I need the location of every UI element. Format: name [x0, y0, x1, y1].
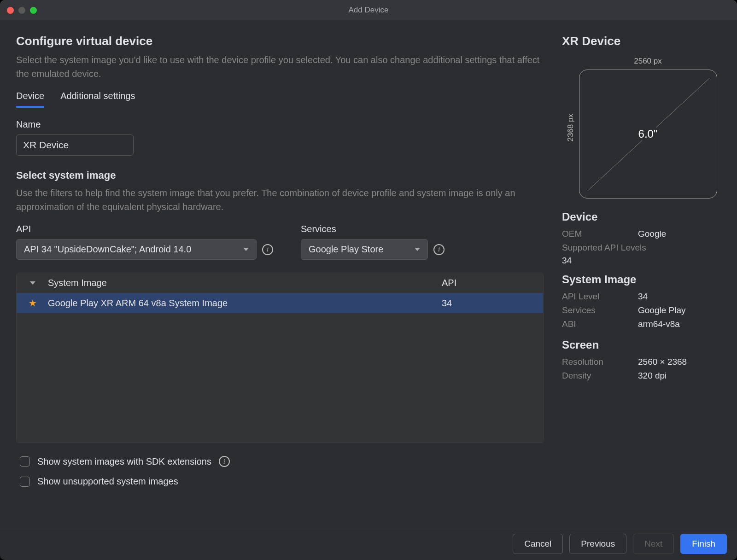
side-panel: XR Device 2368 px 2560 px 6.0" Device O [562, 34, 721, 522]
spec-heading: System Image [562, 273, 721, 286]
spec-val: Google [638, 229, 666, 239]
checkbox-icon [20, 477, 30, 487]
spec-val: Google Play [638, 305, 686, 315]
tab-device[interactable]: Device [16, 91, 44, 108]
spec-key: ABI [562, 319, 638, 329]
info-icon[interactable]: i [433, 244, 445, 255]
chevron-down-icon [243, 248, 249, 251]
spec-screen: Screen Resolution 2560 × 2368 Density 32… [562, 338, 721, 383]
spec-key: OEM [562, 229, 638, 239]
checkbox-sdk-ext[interactable]: Show system images with SDK extensions i [16, 451, 544, 472]
expand-toggle[interactable] [26, 281, 40, 285]
filters-row: API API 34 "UpsideDownCake"; Android 14.… [16, 224, 544, 260]
dialog-window: Add Device Configure virtual device Sele… [0, 0, 737, 560]
spec-val: 34 [562, 256, 721, 266]
spec-key: Density [562, 371, 638, 381]
previous-button[interactable]: Previous [569, 534, 626, 554]
side-title: XR Device [562, 34, 721, 48]
services-filter-label: Services [301, 224, 445, 234]
col-header-name[interactable]: System Image [48, 278, 433, 288]
api-filter-label: API [16, 224, 273, 234]
spec-val: 320 dpi [638, 371, 667, 381]
select-image-desc: Use the filters to help find the system … [16, 186, 544, 214]
spec-heading: Device [562, 210, 721, 223]
name-label: Name [16, 119, 544, 130]
spec-key: Supported API Levels [562, 243, 646, 253]
table-row[interactable]: ★ Google Play XR ARM 64 v8a System Image… [17, 293, 543, 313]
spec-heading: Screen [562, 338, 721, 351]
services-select[interactable]: Google Play Store [301, 239, 428, 260]
chevron-down-icon [30, 281, 35, 285]
dialog-footer: Cancel Previous Next Finish [0, 527, 737, 560]
row-name: Google Play XR ARM 64 v8a System Image [48, 298, 433, 309]
api-filter: API API 34 "UpsideDownCake"; Android 14.… [16, 224, 273, 260]
spec-device: Device OEM Google Supported API Levels 3… [562, 210, 721, 266]
chevron-down-icon [415, 248, 420, 251]
spec-val: 2560 × 2368 [638, 357, 687, 367]
services-select-value: Google Play Store [309, 244, 383, 255]
spec-key: Services [562, 305, 638, 315]
system-image-table: System Image API ★ Google Play XR ARM 64… [17, 273, 543, 443]
checkbox-unsupported[interactable]: Show unsupported system images [16, 472, 544, 491]
minimize-window-button[interactable] [18, 7, 25, 14]
finish-button[interactable]: Finish [680, 534, 727, 554]
checkbox-label: Show unsupported system images [37, 476, 178, 487]
dialog-body: Configure virtual device Select the syst… [0, 20, 737, 527]
services-filter: Services Google Play Store i [301, 224, 445, 260]
page-title: Configure virtual device [16, 34, 544, 48]
name-input[interactable] [16, 134, 134, 156]
spec-val: arm64-v8a [638, 319, 680, 329]
zoom-window-button[interactable] [30, 7, 37, 14]
tab-additional-settings[interactable]: Additional settings [60, 91, 135, 108]
preview-height-label: 2368 px [566, 114, 575, 142]
checkbox-icon [20, 456, 30, 467]
api-select-value: API 34 "UpsideDownCake"; Android 14.0 [24, 244, 191, 255]
info-icon[interactable]: i [219, 456, 230, 467]
spec-key: Resolution [562, 357, 638, 367]
preview-box: 6.0" [579, 70, 717, 198]
preview-width-label: 2560 px [634, 57, 662, 66]
device-preview: 2368 px 2560 px 6.0" [562, 57, 721, 198]
cancel-button[interactable]: Cancel [513, 534, 563, 554]
spec-key: API Level [562, 292, 638, 302]
col-header-api[interactable]: API [442, 278, 534, 288]
spec-system-image: System Image API Level 34 Services Googl… [562, 273, 721, 331]
table-header: System Image API [17, 273, 543, 293]
window-title: Add Device [349, 6, 389, 15]
tabs: Device Additional settings [16, 91, 544, 108]
api-select[interactable]: API 34 "UpsideDownCake"; Android 14.0 [16, 239, 257, 260]
info-icon[interactable]: i [262, 244, 273, 255]
main-panel: Configure virtual device Select the syst… [16, 34, 544, 522]
window-controls [7, 7, 37, 14]
row-api: 34 [442, 298, 534, 309]
page-subtitle: Select the system image you'd like to us… [16, 53, 544, 81]
star-icon: ★ [29, 298, 37, 309]
select-image-title: Select system image [16, 169, 544, 181]
spec-val: 34 [638, 292, 648, 302]
checkbox-label: Show system images with SDK extensions [37, 456, 211, 467]
preview-diagonal: 6.0" [637, 128, 660, 140]
close-window-button[interactable] [7, 7, 14, 14]
title-bar: Add Device [0, 0, 737, 20]
next-button: Next [633, 534, 674, 554]
